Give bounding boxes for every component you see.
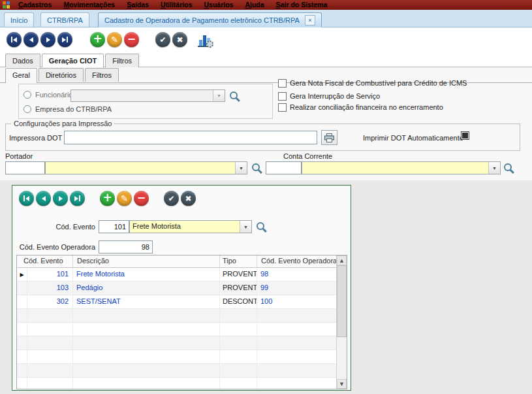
cod-evento-combo[interactable]: Frete Motorista ▼ — [129, 220, 252, 233]
funcionario-combo[interactable]: ▼ — [70, 90, 225, 102]
menu-item-cadastros[interactable]: Cadastros — [12, 0, 57, 10]
subtab-diretorios[interactable]: Diretórios — [39, 68, 84, 82]
grid-header-descricao[interactable]: Descrição — [73, 255, 220, 267]
grid-row-selected[interactable]: ▶ 101 Frete Motorista PROVENTO 98 — [17, 268, 337, 282]
conta-corrente-combo[interactable]: ▼ — [302, 161, 501, 174]
chevron-down-icon[interactable]: ▼ — [488, 162, 500, 174]
check-icon: ✔ — [159, 36, 166, 44]
cod-evento-combo-value: Frete Motorista — [130, 221, 240, 233]
edit-button[interactable]: ✎ — [107, 32, 122, 47]
menu-item-utilitarios[interactable]: Utilitários — [155, 0, 198, 10]
grid-row[interactable]: 103 Pedágio PROVENTO 99 — [17, 282, 337, 295]
next-record-button[interactable] — [40, 32, 55, 47]
gear-icon — [206, 41, 213, 48]
scroll-down-icon[interactable]: ▼ — [337, 379, 347, 389]
first-record-button[interactable] — [7, 32, 22, 47]
pencil-icon: ✎ — [111, 35, 118, 44]
next-record-icon — [46, 37, 50, 42]
prior-record-button[interactable] — [23, 32, 39, 47]
minus-icon: − — [137, 193, 146, 203]
cancel-button[interactable]: ✖ — [172, 32, 187, 47]
imprimir-dot-checkbox[interactable] — [461, 131, 469, 140]
panel-confirm-button[interactable]: ✔ — [164, 191, 179, 206]
cod-evento-input[interactable] — [99, 220, 129, 233]
panel-last-record-button[interactable] — [70, 191, 85, 206]
scroll-up-icon[interactable]: ▲ — [337, 255, 347, 265]
tab-filtros[interactable]: Filtros — [105, 54, 139, 67]
next-record-icon — [59, 196, 63, 201]
application-window: Cadastros Movimentações Saídas Utilitári… — [0, 0, 532, 394]
plus-icon: + — [93, 33, 102, 44]
report-chart-button[interactable] — [198, 33, 213, 48]
menu-item-ajuda[interactable]: Ajuda — [239, 0, 270, 10]
tab-ctrb-rpa-label: CTRB/RPA — [47, 16, 83, 24]
last-record-button[interactable] — [57, 32, 72, 47]
chevron-down-icon[interactable]: ▼ — [213, 90, 225, 101]
menu-item-sair[interactable]: Sair do Sistema — [270, 0, 334, 10]
conta-corrente-search-button[interactable] — [503, 163, 514, 174]
grid-vertical-scrollbar[interactable]: ▲ ▼ — [336, 255, 347, 389]
cod-evento-search-button[interactable] — [256, 222, 267, 233]
funcionario-search-button[interactable] — [229, 91, 240, 102]
panel-prior-record-button[interactable] — [36, 191, 51, 206]
menu-item-usuarios[interactable]: Usuários — [198, 0, 239, 10]
panel-cancel-button[interactable]: ✖ — [181, 191, 196, 206]
panel-delete-button[interactable]: − — [134, 191, 149, 206]
gera-interrupcao-checkbox[interactable] — [278, 92, 287, 101]
chevron-down-icon[interactable]: ▼ — [240, 221, 251, 233]
cod-evento-operadora-input[interactable] — [99, 240, 153, 254]
scrollbar-thumb[interactable] — [337, 265, 347, 337]
portador-combo-value — [46, 162, 235, 174]
grid-row[interactable]: 302 SEST/SENAT DESCONTO 100 — [17, 295, 337, 309]
app-icon — [3, 1, 10, 8]
empresa-radio-row: Empresa do CTRB/RPA — [23, 105, 112, 113]
tab-ctrb-rpa[interactable]: CTRB/RPA — [40, 12, 89, 27]
conta-corrente-code-input[interactable] — [266, 161, 302, 174]
close-icon[interactable]: × — [305, 15, 315, 25]
funcionario-radio[interactable] — [23, 91, 31, 99]
panel-first-record-button[interactable] — [19, 191, 34, 206]
subtab-filtros[interactable]: Filtros — [85, 68, 119, 82]
tab-inicio[interactable]: Início — [4, 12, 34, 27]
tab-geracao-ciot[interactable]: Geração CIOT — [42, 54, 104, 67]
tab-cadastro-operadora[interactable]: Cadastro de Operadora de Pagamento eletr… — [98, 12, 322, 27]
checkbox-row-nota-fiscal: Gera Nota Fiscal de Combustível para Cré… — [278, 79, 520, 88]
gera-nota-fiscal-checkbox[interactable] — [278, 79, 287, 88]
menu-item-movimentacoes[interactable]: Movimentações — [57, 0, 121, 10]
grid-header-cod-evento[interactable]: Cód. Evento — [17, 255, 73, 267]
menu-item-saidas[interactable]: Saídas — [121, 0, 155, 10]
conciliacao-checkbox[interactable] — [278, 103, 287, 112]
empresa-radio[interactable] — [23, 105, 31, 113]
eventos-grid: Cód. Evento Descrição Tipo Cód. Evento O… — [16, 255, 347, 389]
tab-dados[interactable]: Dados — [5, 54, 40, 67]
portador-combo[interactable]: ▼ — [45, 161, 247, 174]
panel-insert-button[interactable]: + — [100, 191, 115, 206]
subtab-geral[interactable]: Geral — [5, 68, 37, 83]
checkbox-row-interrupcao: Gera Interrupção de Serviço — [278, 92, 520, 101]
grid-row-empty — [17, 378, 337, 389]
portador-label: Portador — [5, 152, 33, 160]
grid-header-cod-evento-operadora[interactable]: Cód. Evento Operadora — [257, 255, 337, 267]
eventos-panel: + ✎ − ✔ ✖ Cód. Evento Frete Motorista ▼ … — [12, 185, 351, 391]
conta-corrente-combo-value — [302, 162, 488, 174]
portador-code-input[interactable] — [5, 161, 45, 174]
impressora-dot-input[interactable] — [64, 131, 317, 144]
grid-header-tipo[interactable]: Tipo — [220, 255, 257, 267]
grid-row-empty — [17, 364, 337, 378]
panel-next-record-button[interactable] — [53, 191, 68, 206]
conciliacao-label: Realizar conciliação financeira no encer… — [290, 103, 443, 112]
menubar: Cadastros Movimentações Saídas Utilitári… — [0, 0, 532, 10]
main-toolbar: + ✎ − ✔ ✖ — [0, 27, 532, 54]
portador-search-button[interactable] — [251, 163, 262, 174]
panel-edit-button[interactable]: ✎ — [117, 191, 132, 206]
confirm-button[interactable]: ✔ — [155, 32, 170, 47]
tab-inicio-label: Início — [10, 16, 27, 24]
delete-button[interactable]: − — [124, 32, 139, 47]
grid-row-empty — [17, 323, 337, 337]
printer-button[interactable] — [321, 130, 337, 145]
window-tabstrip: Início CTRB/RPA Cadastro de Operadora de… — [0, 10, 532, 27]
funcionario-radio-row: Funcionário: — [23, 91, 75, 99]
insert-button[interactable]: + — [90, 32, 105, 47]
chevron-down-icon[interactable]: ▼ — [235, 162, 247, 174]
prior-record-icon — [29, 37, 33, 42]
